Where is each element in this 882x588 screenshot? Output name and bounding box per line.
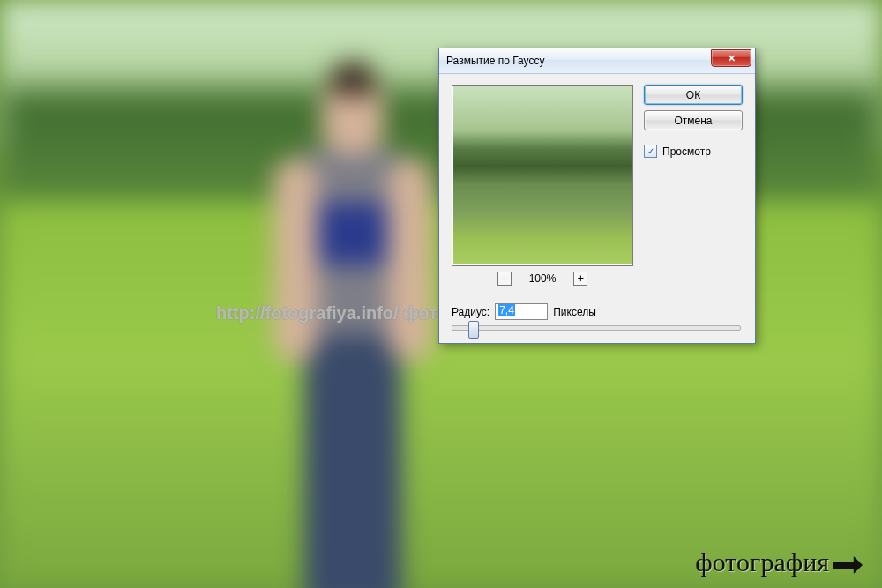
minus-icon: −	[501, 273, 507, 284]
cancel-button[interactable]: Отмена	[644, 110, 743, 130]
radius-unit-label: Пикселы	[553, 306, 596, 318]
zoom-out-button[interactable]: −	[497, 272, 512, 286]
dialog-titlebar[interactable]: Размытие по Гауссу ✕	[439, 48, 755, 74]
ok-button[interactable]: ОК	[644, 85, 743, 105]
radius-slider[interactable]	[452, 325, 741, 331]
radius-input[interactable]: 7,4	[495, 303, 548, 320]
radius-label: Радиус:	[452, 306, 490, 318]
radius-slider-thumb[interactable]	[468, 321, 479, 339]
site-logo: фотография	[695, 547, 863, 577]
close-icon: ✕	[728, 53, 736, 64]
preview-checkbox[interactable]: ✓	[644, 145, 657, 158]
preview-checkbox-label: Просмотр	[662, 145, 711, 158]
preview-area[interactable]	[452, 85, 633, 266]
gaussian-blur-dialog: Размытие по Гауссу ✕ ОК Отмена ✓ Просмот…	[438, 48, 756, 344]
zoom-in-button[interactable]: +	[573, 272, 587, 286]
close-button[interactable]: ✕	[711, 49, 751, 67]
zoom-level-label: 100%	[529, 272, 557, 285]
plus-icon: +	[578, 273, 584, 284]
dialog-title: Размытие по Гауссу	[439, 55, 544, 67]
